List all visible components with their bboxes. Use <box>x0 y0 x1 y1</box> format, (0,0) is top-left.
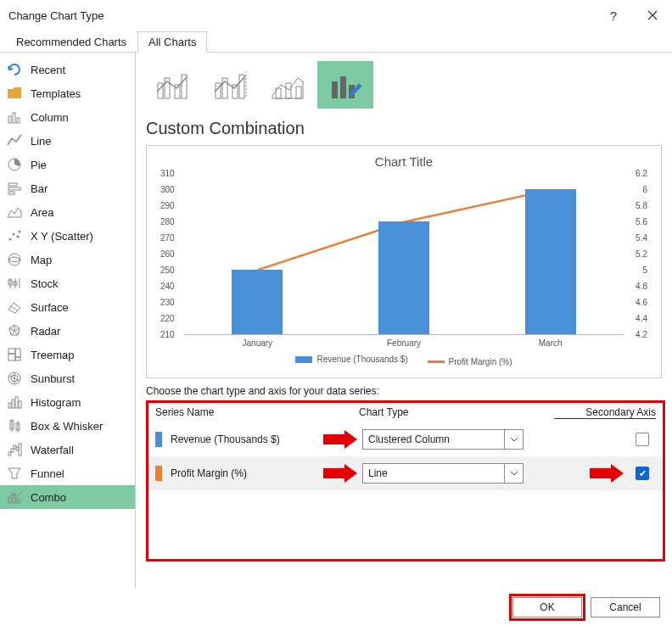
sidebar-item-label: Templates <box>31 87 81 100</box>
svg-rect-29 <box>19 401 21 408</box>
chart-title: Chart Title <box>159 154 649 169</box>
sidebar-item-sunburst[interactable]: Sunburst <box>0 366 135 390</box>
combo-subtype-1[interactable] <box>144 61 200 109</box>
svg-rect-26 <box>8 403 11 408</box>
sidebar-item-label: Histogram <box>31 396 81 409</box>
svg-rect-19 <box>15 349 20 357</box>
svg-point-8 <box>9 238 12 241</box>
sidebar-item-surface[interactable]: Surface <box>0 295 135 319</box>
chart-type-icon <box>7 418 22 433</box>
svg-rect-6 <box>8 187 20 190</box>
secondary-axis-checkbox-profit[interactable]: ✔ <box>636 467 649 480</box>
sidebar-item-label: Radar <box>31 325 60 338</box>
sidebar-item-funnel[interactable]: Funnel <box>0 461 135 485</box>
chart-type-icon <box>7 109 22 125</box>
chart-type-icon <box>7 394 22 410</box>
svg-rect-53 <box>296 87 301 98</box>
sidebar-item-label: Recent <box>31 64 65 76</box>
series-row-revenue[interactable]: Revenue (Thousands $) Clustered Column <box>148 422 663 456</box>
bar <box>232 270 283 334</box>
annotation-arrow-icon <box>323 432 357 447</box>
sidebar-item-area[interactable]: Area <box>0 200 135 224</box>
sidebar-item-label: Surface <box>31 301 69 314</box>
svg-point-11 <box>19 231 21 233</box>
bar <box>525 189 576 334</box>
tab-all-charts[interactable]: All Charts <box>137 31 207 53</box>
sidebar-item-label: X Y (Scatter) <box>31 230 93 243</box>
sidebar-item-recent[interactable]: Recent <box>0 58 135 81</box>
sidebar-item-pie[interactable]: Pie <box>0 153 135 176</box>
sidebar-item-radar[interactable]: Radar <box>0 319 135 343</box>
cancel-button[interactable]: Cancel <box>591 597 660 618</box>
svg-rect-3 <box>17 118 20 123</box>
sidebar-item-label: Combo <box>31 491 66 504</box>
chart-type-dropdown-revenue[interactable]: Clustered Column <box>362 429 524 450</box>
sidebar-item-line[interactable]: Line <box>0 129 135 153</box>
sidebar-item-column[interactable]: Column <box>0 105 135 129</box>
chart-type-dropdown-profit[interactable]: Line <box>362 463 524 483</box>
sidebar-item-treemap[interactable]: Treemap <box>0 343 135 366</box>
sidebar-item-bar[interactable]: Bar <box>0 176 135 200</box>
sidebar-item-label: Bar <box>31 182 48 195</box>
chart-type-icon <box>7 371 22 386</box>
dialog-title: Change Chart Type <box>8 9 594 22</box>
svg-point-10 <box>17 236 20 238</box>
secondary-axis-checkbox-revenue[interactable] <box>636 433 649 446</box>
series-color-swatch <box>155 432 162 447</box>
chart-type-icon <box>7 86 22 101</box>
series-color-swatch <box>155 466 162 481</box>
sidebar-item-label: Map <box>31 254 52 266</box>
section-title: Custom Combination <box>146 119 667 138</box>
close-button[interactable] <box>633 0 672 31</box>
series-name-label: Revenue (Thousands $) <box>171 433 323 445</box>
chart-type-icon <box>7 157 22 172</box>
chart-type-icon <box>7 133 22 148</box>
sidebar-item-stock[interactable]: Stock <box>0 271 135 295</box>
svg-point-9 <box>13 233 15 236</box>
chart-type-icon <box>7 252 22 267</box>
sidebar-item-map[interactable]: Map <box>0 248 135 271</box>
series-config-table: Series Name Chart Type Secondary Axis Re… <box>146 400 665 562</box>
sidebar-item-label: Area <box>31 206 53 219</box>
help-button[interactable]: ? <box>594 0 633 31</box>
sidebar-item-waterfall[interactable]: Waterfall <box>0 438 135 461</box>
svg-rect-52 <box>286 83 291 98</box>
legend-series-1: Revenue (Thousands $) <box>295 355 407 364</box>
sidebar-item-templates[interactable]: Templates <box>0 81 135 105</box>
chevron-down-icon <box>504 430 523 449</box>
chart-type-icon <box>7 228 22 243</box>
chevron-down-icon <box>504 464 523 483</box>
annotation-arrow-icon <box>323 466 357 481</box>
svg-point-12 <box>8 254 20 265</box>
svg-rect-7 <box>8 192 14 194</box>
series-row-profit[interactable]: Profit Margin (%) Line ✔ <box>148 456 663 490</box>
combo-subtype-custom[interactable] <box>317 61 373 109</box>
chart-type-icon <box>7 466 22 481</box>
chart-type-icon <box>7 323 22 338</box>
svg-rect-38 <box>19 444 21 456</box>
svg-rect-21 <box>15 357 20 361</box>
sidebar-item-label: Stock <box>31 277 59 290</box>
sidebar-item-x-y-scatter-[interactable]: X Y (Scatter) <box>0 224 135 248</box>
sidebar-item-combo[interactable]: Combo <box>0 485 135 509</box>
chart-type-icon <box>7 299 22 315</box>
sidebar-item-box-whisker[interactable]: Box & Whisker <box>0 414 135 438</box>
sidebar-item-label: Pie <box>31 159 47 171</box>
svg-rect-1 <box>8 116 11 123</box>
sidebar-item-label: Treemap <box>31 349 75 361</box>
x-axis-label: January <box>184 338 331 348</box>
sidebar-item-histogram[interactable]: Histogram <box>0 390 135 414</box>
chart-type-icon <box>7 204 22 220</box>
sidebar-item-label: Funnel <box>31 467 64 480</box>
svg-rect-20 <box>8 354 15 361</box>
combo-subtype-3[interactable] <box>260 61 316 109</box>
sidebar-item-label: Line <box>31 135 52 148</box>
legend-series-2: Profit Margin (%) <box>428 357 512 366</box>
svg-rect-34 <box>8 452 11 456</box>
svg-rect-2 <box>13 113 15 123</box>
svg-rect-0 <box>8 89 21 98</box>
tab-recommended-charts[interactable]: Recommended Charts <box>5 31 137 53</box>
combo-subtype-row <box>144 61 667 109</box>
combo-subtype-2[interactable] <box>202 61 258 109</box>
ok-button[interactable]: OK <box>512 597 582 618</box>
